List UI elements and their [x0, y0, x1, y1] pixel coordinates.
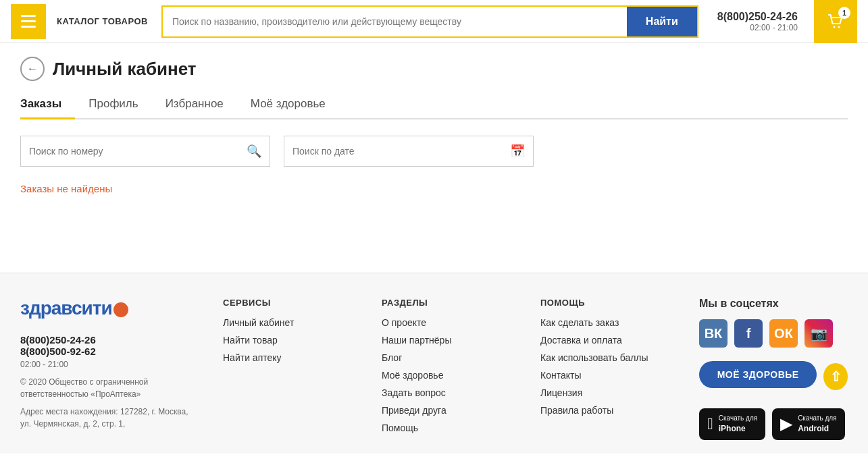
footer-link-blog[interactable]: Блог	[382, 352, 513, 363]
footer-logo: здравсити	[20, 298, 128, 319]
back-button[interactable]: ←	[20, 57, 45, 81]
apple-badge-text: Скачать для iPhone	[719, 414, 757, 435]
apple-sub: Скачать для	[719, 414, 757, 423]
footer: здравсити 8(800)250-24-26 8(800)500-92-6…	[0, 273, 868, 454]
menu-button[interactable]	[11, 4, 46, 39]
footer-brand: здравсити 8(800)250-24-26 8(800)500-92-6…	[20, 298, 196, 440]
order-number-search: 🔍	[20, 136, 270, 167]
orders-search-row: 🔍 📅	[20, 136, 848, 167]
apple-name: iPhone	[719, 423, 757, 435]
footer-link-refer[interactable]: Приведи друга	[382, 405, 513, 416]
logo-dot	[113, 302, 128, 317]
social-ok-icon[interactable]: ОК	[769, 319, 798, 348]
phone-number: 8(800)250-24-26	[717, 11, 798, 23]
phone-hours: 02:00 - 21:00	[717, 23, 798, 32]
social-fb-icon[interactable]: f	[734, 319, 763, 348]
svg-point-0	[834, 26, 836, 28]
footer-sections: РАЗДЕЛЫ О проекте Наши партнёры Блог Моё…	[382, 298, 513, 440]
order-number-input[interactable]	[29, 146, 247, 157]
footer-help: ПОМОЩЬ Как сделать заказ Доставка и опла…	[540, 298, 672, 440]
page-title: Личный кабинет	[53, 59, 197, 80]
footer-address: Адрес места нахождения: 127282, г. Москв…	[20, 406, 196, 430]
android-sub: Скачать для	[798, 414, 836, 423]
android-name: Android	[798, 423, 836, 435]
footer-inner: здравсити 8(800)250-24-26 8(800)500-92-6…	[20, 298, 848, 440]
tab-favorites[interactable]: Избранное	[165, 89, 237, 119]
android-badge-text: Скачать для Android	[798, 414, 836, 435]
footer-link-contacts[interactable]: Контакты	[540, 370, 672, 381]
social-ig-icon[interactable]: 📷	[805, 319, 833, 348]
back-icon: ←	[27, 63, 38, 75]
sections-title: РАЗДЕЛЫ	[382, 298, 513, 308]
phone-block: 8(800)250-24-26 02:00 - 21:00	[717, 11, 798, 32]
footer-link-license[interactable]: Лицензия	[540, 387, 672, 398]
footer-phone1: 8(800)250-24-26	[20, 334, 196, 346]
footer-link-delivery[interactable]: Доставка и оплата	[540, 335, 672, 346]
footer-link-points[interactable]: Как использовать баллы	[540, 352, 672, 363]
footer-phone2: 8(800)500-92-62	[20, 346, 196, 357]
app-badge-android[interactable]: ▶ Скачать для Android	[772, 408, 844, 440]
cart-badge: 1	[838, 7, 850, 19]
header: КАТАЛОГ ТОВАРОВ Найти 8(800)250-24-26 02…	[0, 0, 868, 43]
social-title: Мы в соцсетях	[699, 298, 848, 310]
search-icon: 🔍	[247, 144, 261, 159]
apple-icon: 	[707, 414, 713, 433]
footer-services: СЕРВИСЫ Личный кабинет Найти товар Найти…	[223, 298, 355, 440]
tabs-nav: Заказы Профиль Избранное Моё здоровье	[20, 89, 848, 119]
social-vk-icon[interactable]: ВК	[699, 319, 727, 348]
order-date-input[interactable]	[292, 146, 510, 157]
footer-link-ask[interactable]: Задать вопрос	[382, 387, 513, 398]
health-button[interactable]: МОЁ ЗДОРОВЬЕ	[699, 361, 817, 388]
search-button[interactable]: Найти	[627, 7, 697, 36]
footer-hours: 02:00 - 21:00	[20, 360, 196, 369]
footer-link-how-order[interactable]: Как сделать заказ	[540, 317, 672, 328]
search-bar: Найти	[161, 5, 698, 38]
fb-letter: f	[746, 326, 751, 341]
tab-profile[interactable]: Профиль	[88, 89, 151, 119]
footer-link-find-product[interactable]: Найти товар	[223, 335, 355, 346]
footer-phones: 8(800)250-24-26 8(800)500-92-62	[20, 334, 196, 357]
vk-letter: ВК	[705, 326, 723, 341]
footer-link-about[interactable]: О проекте	[382, 317, 513, 328]
app-badge-apple[interactable]:  Скачать для iPhone	[699, 408, 765, 440]
services-title: СЕРВИСЫ	[223, 298, 355, 308]
order-date-search: 📅	[284, 136, 534, 167]
svg-point-1	[838, 26, 840, 28]
search-input[interactable]	[163, 7, 627, 36]
help-title: ПОМОЩЬ	[540, 298, 672, 308]
calendar-icon: 📅	[510, 144, 525, 159]
back-row: ← Личный кабинет	[20, 57, 848, 81]
no-orders-message: Заказы не найдены	[20, 183, 848, 194]
footer-social: Мы в соцсетях ВК f ОК 📷 МОЁ ЗДОРОВЬЕ ⇧	[699, 298, 848, 440]
footer-link-my-health[interactable]: Моё здоровье	[382, 370, 513, 381]
app-badges:  Скачать для iPhone ▶ Скачать для Andro…	[699, 408, 848, 440]
tab-health[interactable]: Моё здоровье	[251, 89, 339, 119]
android-icon: ▶	[780, 414, 792, 433]
footer-copy: © 2020 Общество с ограниченной ответстве…	[20, 376, 196, 400]
cart-button[interactable]: 1	[814, 0, 857, 43]
footer-link-cabinet[interactable]: Личный кабинет	[223, 317, 355, 328]
ig-icon: 📷	[811, 325, 827, 341]
scroll-top-button[interactable]: ⇧	[823, 363, 848, 390]
footer-link-find-pharmacy[interactable]: Найти аптеку	[223, 352, 355, 363]
footer-link-help[interactable]: Помощь	[382, 422, 513, 433]
footer-link-rules[interactable]: Правила работы	[540, 405, 672, 416]
footer-link-partners[interactable]: Наши партнёры	[382, 335, 513, 346]
ok-letter: ОК	[774, 326, 793, 341]
logo-text: здравсити	[20, 298, 112, 319]
social-icons-row: ВК f ОК 📷	[699, 319, 848, 348]
tab-orders[interactable]: Заказы	[20, 89, 75, 119]
main-content: ← Личный кабинет Заказы Профиль Избранно…	[0, 43, 868, 273]
catalog-label: КАТАЛОГ ТОВАРОВ	[57, 16, 148, 26]
